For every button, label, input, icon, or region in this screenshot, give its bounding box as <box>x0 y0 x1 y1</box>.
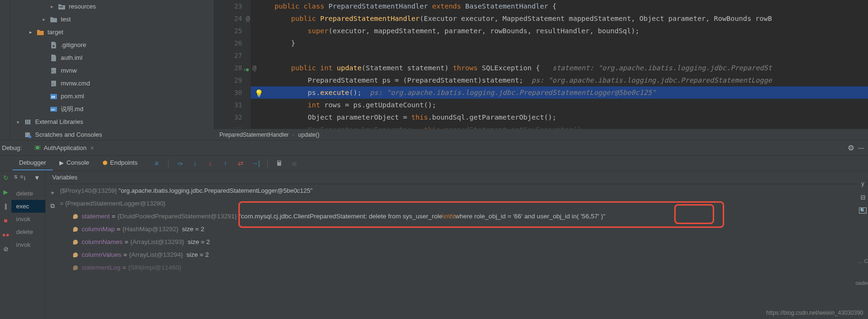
rerun-icon[interactable]: ↻ <box>1 173 10 182</box>
drop-frame-icon[interactable]: ⇄ <box>235 158 246 169</box>
step-over-icon[interactable]: ⤼ <box>174 158 186 169</box>
step-into-icon[interactable]: ↓ <box>189 158 201 169</box>
tree-label: test <box>61 16 71 23</box>
maven-icon: m <box>49 93 58 100</box>
iml-icon <box>49 54 58 62</box>
var-eq[interactable]: = {PreparedStatementLogger@13290} <box>46 197 868 210</box>
tree-item-test[interactable]: ▸ test <box>10 13 214 26</box>
collapse-icon[interactable]: ⊟ <box>860 194 866 201</box>
debug-header: Debug: AuthApplication × ⚙ — <box>0 140 868 155</box>
y-label: y <box>861 180 864 187</box>
step-out-icon[interactable]: ↑ <box>220 158 231 169</box>
pause-icon[interactable]: ∥ <box>1 201 10 211</box>
threads-icon[interactable]: ≡ <box>151 158 162 169</box>
var-columnvalues[interactable]: columnValues = {ArrayList@13294} size = … <box>46 248 868 261</box>
frame-item[interactable]: invok <box>11 213 45 225</box>
expand-arrow-icon[interactable]: ▸ <box>43 17 49 22</box>
run-to-cursor-icon[interactable]: →| <box>250 158 262 169</box>
frames-panel[interactable]: s ≡↓ ↓ ▼ delete exec invok delete invok <box>11 171 46 318</box>
svg-point-16 <box>36 146 39 150</box>
tree-label: mvnw <box>61 67 77 74</box>
tree-item-readme[interactable]: MD 说明.md <box>10 103 214 115</box>
endpoints-icon: ⬢ <box>103 160 107 166</box>
frame-item[interactable]: invok <box>11 238 45 251</box>
project-tree[interactable]: ▸ resources ▸ test ▸ target .gitign <box>10 0 214 140</box>
debug-side-toolbar: ↻ ▶ ∥ ■ ●● ⊘ <box>0 171 11 318</box>
debug-tabs-bar: Debugger ▶ Console ⬢ Endpoints ≡ ⤼ ↓ ↓ ↑… <box>0 155 868 170</box>
svg-rect-12 <box>27 120 28 124</box>
shell-icon: >_ <box>49 67 58 75</box>
var-columnmap[interactable]: columnMap = {HashMap@13292} size = 2 <box>46 223 868 235</box>
frames-label: s <box>14 173 18 180</box>
variables-panel[interactable]: Variables ＋ ⧉ {$Proxy140@13259} "org.apa… <box>46 171 868 318</box>
gear-icon[interactable]: ⚙ <box>848 143 854 152</box>
tree-label: resources <box>69 3 96 10</box>
tree-item-mvnw[interactable]: >_ mvnw <box>10 64 214 77</box>
tree-item-iml[interactable]: auth.iml <box>10 51 214 64</box>
filter-icon[interactable]: ▼ <box>32 173 42 182</box>
expand-arrow-icon[interactable]: ▸ <box>51 4 57 9</box>
var-proxy[interactable]: {$Proxy140@13259} "org.apache.ibatis.log… <box>46 184 868 197</box>
breadcrumb-class[interactable]: PreparedStatementHandler <box>219 131 289 138</box>
folder-icon <box>49 16 58 23</box>
force-step-into-icon[interactable]: ↓ <box>205 158 216 169</box>
run-config-tab[interactable]: AuthApplication × <box>30 143 98 153</box>
copy-icon[interactable]: ⧉ <box>47 201 57 211</box>
run-config-name: AuthApplication <box>44 144 86 151</box>
tree-item-pom[interactable]: m pom.xml <box>10 90 214 103</box>
scratch-icon <box>24 131 32 139</box>
mute-breakpoints-icon[interactable]: ⊘ <box>1 244 10 253</box>
close-icon[interactable]: × <box>90 144 94 151</box>
svg-rect-13 <box>29 120 30 124</box>
stop-icon[interactable]: ■ <box>1 216 10 225</box>
expand-arrow-icon[interactable]: ▸ <box>17 119 24 124</box>
right-text: oaded <box>856 280 868 286</box>
prev-frame-icon[interactable]: ↓ <box>20 173 29 182</box>
tab-endpoints[interactable]: ⬢ Endpoints <box>96 156 144 170</box>
code-editor[interactable]: 23 24@ 25 26 27 28↑●@ 29 30 31 32 33 💡 p… <box>214 0 868 140</box>
svg-rect-11 <box>25 120 27 124</box>
tree-label: mvnw.cmd <box>61 80 90 87</box>
intention-bulb-icon[interactable]: 💡 <box>255 87 264 100</box>
new-watch-icon[interactable]: ＋ <box>47 188 57 197</box>
tree-label: target <box>47 28 63 36</box>
code-content[interactable]: 💡 public class PreparedStatementHandler … <box>251 0 868 140</box>
minimize-icon[interactable]: — <box>858 144 864 151</box>
resume-icon[interactable]: ▶ <box>1 187 10 197</box>
tree-item-target[interactable]: ▸ target <box>10 26 214 38</box>
tree-item-gitignore[interactable]: .gitignore <box>10 38 214 51</box>
line-gutter: 23 24@ 25 26 27 28↑●@ 29 30 31 32 33 <box>214 0 251 140</box>
cmd-icon: >_ <box>49 80 58 87</box>
tree-item-resources[interactable]: ▸ resources <box>10 0 214 13</box>
tree-label: auth.iml <box>61 54 83 61</box>
console-icon: ▶ <box>59 160 64 166</box>
external-libraries[interactable]: ▸ External Libraries <box>10 115 214 128</box>
expand-arrow-icon[interactable]: ▸ <box>29 29 36 35</box>
scratches-consoles[interactable]: Scratches and Consoles <box>10 128 214 140</box>
trace-icon: ≣ <box>289 158 300 169</box>
breadcrumb-method[interactable]: update() <box>298 131 320 138</box>
field-icon <box>73 240 78 244</box>
evaluate-icon[interactable]: 🖩 <box>274 158 285 169</box>
frame-item[interactable]: delete <box>11 225 45 238</box>
breadcrumb[interactable]: PreparedStatementHandler › update() <box>214 129 868 140</box>
svg-rect-0 <box>59 6 63 7</box>
bug-icon <box>34 144 41 152</box>
chevron-right-icon: › <box>292 131 294 138</box>
var-statementlog[interactable]: statementLog = {Slf4jImpl@11460} <box>46 261 868 274</box>
frame-item[interactable]: exec <box>11 200 45 213</box>
search-icon[interactable]: 🔍 <box>859 207 867 214</box>
var-statement[interactable]: statement = {DruidPooledPreparedStatemen… <box>46 210 868 223</box>
right-toolbar: y ⊟ 🔍 … C oaded <box>858 176 868 271</box>
tree-item-mvnwcmd[interactable]: >_ mvnw.cmd <box>10 77 214 90</box>
left-gutter <box>0 0 10 140</box>
var-columnnames[interactable]: columnNames = {ArrayList@13293} size = 2 <box>46 235 868 248</box>
folder-icon <box>36 28 45 36</box>
view-breakpoints-icon[interactable]: ●● <box>1 230 10 239</box>
debug-label: Debug: <box>2 144 22 151</box>
tab-console[interactable]: ▶ Console <box>53 156 96 170</box>
tab-debugger[interactable]: Debugger <box>12 156 53 170</box>
svg-rect-1 <box>59 7 63 8</box>
frame-item[interactable]: delete <box>11 187 45 200</box>
markdown-icon: MD <box>49 105 58 113</box>
